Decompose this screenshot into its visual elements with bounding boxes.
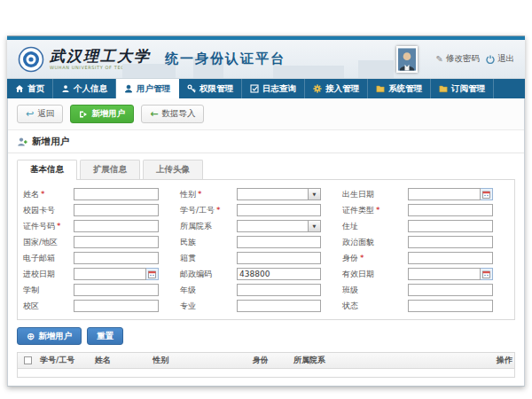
postal-code-input[interactable] bbox=[237, 268, 321, 280]
status-input[interactable] bbox=[408, 300, 493, 312]
field-label: 进校日期 bbox=[23, 269, 74, 280]
header-user-area: ✎ 修改密码 退出 bbox=[396, 46, 514, 73]
log-check-icon bbox=[250, 84, 259, 93]
chevron-down-icon[interactable]: ▼ bbox=[309, 188, 321, 200]
column-header-identity: 身份 bbox=[251, 355, 292, 366]
grade-input[interactable] bbox=[237, 284, 321, 296]
import-arrow-icon: ← bbox=[150, 109, 158, 119]
form-field-country: 国家/地区 bbox=[23, 236, 159, 248]
campus-input[interactable] bbox=[74, 300, 159, 312]
required-asterisk: * bbox=[57, 222, 61, 231]
entry-date-input[interactable] bbox=[74, 268, 146, 280]
schooling-length-input[interactable] bbox=[74, 284, 159, 296]
folder-icon bbox=[439, 84, 448, 93]
tab-extended-info[interactable]: 扩展信息 bbox=[80, 160, 140, 180]
nav-item-home[interactable]: 首页 bbox=[7, 79, 53, 98]
form-field-entry-date: 进校日期 bbox=[23, 268, 159, 280]
political-status-input[interactable] bbox=[408, 236, 493, 248]
valid-date-input[interactable] bbox=[408, 268, 481, 280]
form-field-campus-card: 校园卡号 bbox=[23, 204, 159, 216]
form-field-native-place: 籍贯 bbox=[180, 252, 321, 264]
form-field-gender: 性别* ▼ bbox=[180, 188, 321, 200]
form-field-grade: 年级 bbox=[180, 284, 321, 296]
identity-input[interactable] bbox=[408, 252, 493, 264]
reset-button[interactable]: 重置 bbox=[87, 327, 123, 345]
form-field-postal-code: 邮政编码 bbox=[180, 268, 321, 280]
key-icon bbox=[187, 84, 196, 93]
id-number-input[interactable] bbox=[74, 220, 159, 232]
native-place-input[interactable] bbox=[237, 252, 321, 264]
gender-select[interactable] bbox=[237, 188, 309, 200]
user-icon bbox=[124, 84, 133, 93]
field-label: 民族 bbox=[180, 237, 237, 248]
add-user-toolbar-button[interactable]: 新增用户 bbox=[70, 105, 134, 123]
nav-item-user-management[interactable]: 用户管理 bbox=[116, 79, 179, 98]
chevron-down-icon[interactable]: ▼ bbox=[309, 220, 321, 232]
folder-icon bbox=[376, 84, 385, 93]
reset-button-label: 重置 bbox=[97, 331, 113, 342]
nav-item-log-query[interactable]: 日志查询 bbox=[242, 79, 305, 98]
calendar-icon[interactable] bbox=[481, 188, 493, 200]
back-button-label: 返回 bbox=[37, 108, 54, 120]
department-select[interactable] bbox=[237, 220, 309, 232]
form-row: 姓名* 性别* ▼ 出生日期 bbox=[23, 186, 511, 202]
form-field-status: 状态 bbox=[342, 300, 493, 312]
field-label: 证件号码* bbox=[23, 221, 74, 232]
column-header-name: 姓名 bbox=[93, 355, 152, 366]
add-user-toolbar-label: 新增用户 bbox=[91, 108, 125, 120]
form-field-email: 电子邮箱 bbox=[23, 252, 159, 264]
email-input[interactable] bbox=[74, 252, 159, 264]
required-asterisk: * bbox=[360, 254, 364, 262]
form-field-major: 专业 bbox=[180, 300, 321, 312]
university-name: 武汉理工大学 bbox=[50, 49, 151, 64]
tab-basic-info[interactable]: 基本信息 bbox=[17, 160, 77, 180]
required-asterisk: * bbox=[198, 190, 202, 199]
nav-label: 日志查询 bbox=[262, 83, 296, 95]
select-all-checkbox[interactable] bbox=[24, 356, 32, 364]
export-icon bbox=[79, 110, 88, 119]
form-field-political-status: 政治面貌 bbox=[342, 236, 493, 248]
back-arrow-icon: ↩ bbox=[26, 109, 34, 119]
data-import-button[interactable]: ← 数据导入 bbox=[141, 105, 204, 123]
field-label: 专业 bbox=[180, 301, 237, 312]
back-button[interactable]: ↩ 返回 bbox=[17, 105, 63, 123]
class-input[interactable] bbox=[408, 284, 493, 296]
platform-title: 统一身份认证平台 bbox=[165, 51, 286, 67]
data-import-label: 数据导入 bbox=[161, 108, 195, 120]
country-input[interactable] bbox=[74, 236, 159, 248]
student-id-input[interactable] bbox=[237, 204, 321, 216]
calendar-icon[interactable] bbox=[481, 268, 493, 280]
address-input[interactable] bbox=[408, 220, 493, 232]
nav-item-personal-info[interactable]: 个人信息 bbox=[53, 79, 116, 98]
field-label: 姓名* bbox=[23, 189, 74, 200]
change-password-label: 修改密码 bbox=[446, 53, 480, 65]
campus-card-input[interactable] bbox=[74, 204, 159, 216]
section-title: 新增用户 bbox=[32, 136, 69, 148]
form-field-identity: 身份* bbox=[342, 252, 493, 264]
submit-add-user-label: 新增用户 bbox=[38, 331, 72, 342]
column-header-actions: 操作 bbox=[495, 355, 514, 366]
name-input[interactable] bbox=[74, 188, 159, 200]
field-label: 有效日期 bbox=[342, 269, 408, 280]
nav-item-permission-management[interactable]: 权限管理 bbox=[179, 79, 242, 98]
ethnicity-input[interactable] bbox=[237, 236, 321, 248]
form-field-campus: 校区 bbox=[23, 300, 159, 312]
app-window: 武汉理工大学 WUHAN UNIVERSITY OF TECHNOLOGY 统一… bbox=[7, 35, 525, 387]
home-icon bbox=[15, 84, 24, 93]
add-user-icon bbox=[17, 137, 27, 147]
submit-add-user-button[interactable]: ⊕ 新增用户 bbox=[17, 327, 82, 345]
calendar-icon[interactable] bbox=[146, 268, 159, 280]
major-input[interactable] bbox=[237, 300, 321, 312]
pencil-icon: ✎ bbox=[436, 54, 443, 64]
nav-label: 个人信息 bbox=[74, 83, 107, 95]
tab-upload-avatar[interactable]: 上传头像 bbox=[143, 160, 203, 180]
field-label: 邮政编码 bbox=[180, 269, 237, 280]
nav-item-system-management[interactable]: 系统管理 bbox=[368, 79, 431, 98]
birth-date-input[interactable] bbox=[408, 188, 481, 200]
nav-item-access-management[interactable]: 接入管理 bbox=[305, 79, 368, 98]
change-password-link[interactable]: ✎ 修改密码 bbox=[436, 53, 480, 65]
nav-item-subscription-management[interactable]: 订阅管理 bbox=[431, 79, 494, 98]
form-field-id-number: 证件号码* bbox=[23, 220, 159, 232]
id-type-input[interactable] bbox=[408, 204, 493, 216]
logout-link[interactable]: 退出 bbox=[486, 53, 514, 65]
